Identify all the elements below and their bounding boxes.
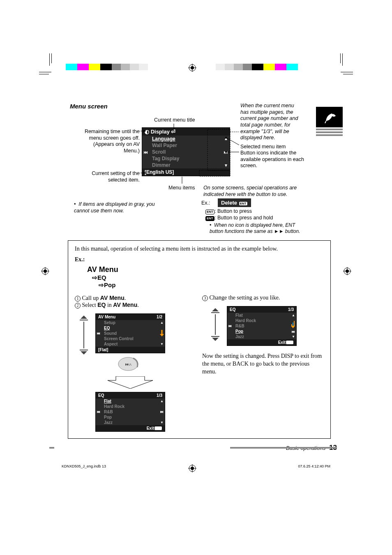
- colorbar-left: [66, 64, 148, 70]
- callout-button-icons: Button icons indicate the available oper…: [240, 150, 304, 169]
- footer-bar: [230, 447, 337, 449]
- delete-badge: Delete ENT: [218, 198, 251, 207]
- callout-selected-item: Selected menu item: [240, 144, 286, 150]
- callout-current-menu-title: Current menu title: [154, 117, 195, 124]
- svg-rect-30: [80, 320, 88, 320]
- svg-text:⏭∧: ⏭∧: [125, 362, 131, 366]
- callout-current-setting: Current setting of the selected item.: [84, 170, 140, 183]
- svg-point-15: [191, 467, 194, 470]
- ex-label: Ex.:: [201, 200, 210, 207]
- display-menu: ◐ Display ⏎ ⏮ Language Wall Paper Scroll…: [142, 127, 230, 176]
- svg-marker-47: [291, 326, 295, 328]
- display-menu-setting: [English US]: [145, 169, 174, 175]
- svg-point-3: [191, 66, 194, 69]
- callout-multipage: When the current menu has multiple pages…: [240, 103, 302, 141]
- registration-mark-right: [343, 267, 351, 275]
- menu-item-dimmer: Dimmer: [150, 162, 222, 168]
- ent-press: ENT: Button to press: [205, 208, 252, 215]
- svg-marker-43: [212, 338, 219, 341]
- avmenu-screen: AV Menu1/2 ⏮ Setup EQ Sound Screen Contr…: [95, 313, 165, 353]
- footer-indb: KDNXD505_J_eng.indb 13: [62, 464, 106, 468]
- svg-rect-40: [211, 312, 219, 313]
- callout-menu-items: Menu items: [168, 185, 195, 191]
- svg-rect-42: [211, 336, 219, 337]
- leaf-icon: [316, 107, 343, 127]
- display-menu-title: Display: [151, 129, 170, 135]
- svg-rect-32: [80, 350, 88, 350]
- svg-marker-29: [81, 315, 87, 319]
- svg-marker-33: [81, 351, 87, 355]
- path-eq: EQ: [97, 274, 106, 281]
- eq-screen-2: EQ1/3 ⏮ Flat Hard Rock R&B Pop Jazz: [227, 306, 297, 346]
- svg-point-11: [346, 269, 349, 273]
- callout-gray-note: • If items are displayed in gray, you ca…: [74, 201, 156, 214]
- scroll-indicator: [78, 315, 90, 356]
- path-pop: Pop: [104, 281, 115, 288]
- big-down-arrow: [108, 376, 190, 390]
- svg-point-7: [44, 269, 47, 273]
- svg-rect-46: [294, 321, 295, 327]
- step-3: 3 Change the setting as you like.: [202, 295, 324, 301]
- menu-item-language: Language: [150, 136, 222, 142]
- no-icon-note: • When no icon is displayed here, ENT bu…: [210, 222, 304, 235]
- menu-item-scroll: Scroll: [150, 149, 222, 155]
- step-2: 2 Select EQ in AV Menu.: [75, 302, 190, 309]
- svg-marker-39: [212, 308, 219, 311]
- ex-label-2: Ex.:: [75, 256, 324, 263]
- menu-item-wallpaper: Wall Paper: [150, 142, 222, 149]
- registration-mark-top: [188, 64, 196, 72]
- svg-marker-35: [160, 334, 164, 336]
- instruction-intro: In this manual, operation of selecting a…: [75, 246, 324, 252]
- side-tab: [316, 107, 343, 136]
- eq-screen-1: EQ1/3 ⏮ Flat Hard Rock R&B Pop Jazz ▲⏭▼: [95, 392, 165, 432]
- result-text: Now the setting is changed. Press DISP t…: [202, 352, 324, 376]
- instruction-box: In this manual, operation of selecting a…: [68, 240, 331, 439]
- remote-button-icon: ⏭∧: [116, 357, 190, 373]
- registration-mark-left: [41, 267, 49, 275]
- ent-hold: ENT: Button to press and hold: [205, 215, 273, 221]
- menu-item-tagdisplay: Tag Display: [150, 155, 222, 162]
- colorbar-right: [216, 64, 298, 70]
- path-avmenu: AV Menu: [87, 265, 324, 274]
- section-title: Menu screen: [70, 103, 108, 110]
- callout-special-ops: On some screens, special operations are …: [203, 185, 306, 198]
- step-1: 1 Call up AV Menu.: [75, 295, 190, 302]
- eq-bars-icon: [291, 318, 296, 329]
- registration-mark-bottom: [188, 464, 196, 472]
- down-arrow-icon: [160, 330, 164, 337]
- scroll-indicator-2: [210, 308, 221, 343]
- callout-remaining: Remaining time until the menu screen goe…: [76, 129, 140, 154]
- footer-timestamp: 07.6.25 4:12:40 PM: [298, 464, 330, 468]
- svg-marker-38: [108, 376, 153, 389]
